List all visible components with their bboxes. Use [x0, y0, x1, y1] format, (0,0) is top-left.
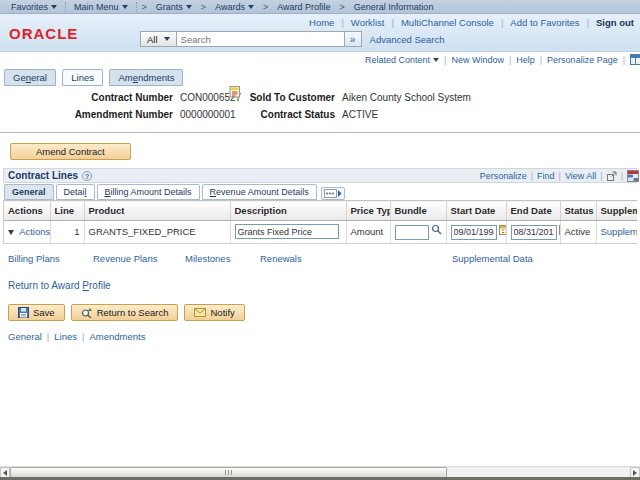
field-row: Amendment Number 0000000001 Contract Sta…: [0, 106, 640, 123]
breadcrumb-general-information: General Information: [348, 2, 440, 12]
subtab-general[interactable]: General: [4, 184, 54, 200]
search-scope-dropdown[interactable]: All: [140, 31, 177, 47]
multichannel-console-link[interactable]: MultiChannel Console: [401, 17, 494, 28]
footer-page-links: General Lines Amendments: [8, 331, 640, 342]
row-price-type: Amount: [346, 221, 390, 244]
bundle-lookup-icon[interactable]: [431, 224, 442, 235]
divider: [0, 132, 640, 133]
return-to-award-profile-link[interactable]: Return to Award Profile: [8, 280, 111, 291]
separator: [540, 55, 542, 65]
breadcrumb-award-profile-label: Award Profile: [277, 2, 330, 12]
footer-link-amendments[interactable]: Amendments: [89, 331, 145, 342]
row-actions-link[interactable]: Actions: [19, 226, 50, 237]
col-header-end-date: End Date: [506, 201, 560, 221]
zoom-popout-icon[interactable]: [607, 171, 617, 181]
breadcrumb-favorites[interactable]: Favorites: [5, 2, 63, 12]
subtab-detail[interactable]: Detail: [56, 184, 95, 200]
sign-out-link[interactable]: Sign out: [596, 17, 634, 28]
contract-header-fields: Contract Number CON0006527 Sold To Custo…: [0, 82, 640, 123]
field-row: Contract Number CON0006527 Sold To Custo…: [0, 89, 640, 106]
breadcrumb-separator: [337, 2, 348, 12]
download-to-excel-icon[interactable]: [627, 170, 639, 182]
return-to-search-button[interactable]: Return to Search: [71, 304, 179, 321]
search-input[interactable]: [177, 31, 345, 47]
separator: [621, 171, 623, 181]
end-date-input[interactable]: [511, 225, 557, 240]
search-go-button[interactable]: »: [345, 31, 362, 47]
description-input[interactable]: [235, 224, 339, 239]
sold-to-customer-label: Sold To Customer: [246, 92, 342, 103]
row-supplemental-data-link[interactable]: Supplemental Data: [601, 226, 638, 237]
breadcrumb-grants[interactable]: Grants: [150, 2, 198, 12]
breadcrumb-favorites-label: Favorites: [11, 2, 48, 12]
actions-dropdown-icon[interactable]: [8, 230, 14, 235]
start-date-calendar-icon[interactable]: [499, 224, 506, 235]
contract-lines-header: Contract Lines ? Personalize Find View A…: [3, 168, 637, 183]
footer-link-general[interactable]: General: [8, 331, 42, 342]
save-label: Save: [33, 307, 55, 318]
separator: [65, 2, 66, 12]
save-button[interactable]: Save: [8, 304, 65, 321]
billing-plans-link[interactable]: Billing Plans: [8, 253, 60, 264]
revenue-plans-link[interactable]: Revenue Plans: [93, 253, 157, 264]
oracle-logo: ORACLE: [9, 25, 78, 42]
utility-links: Home Worklist MultiChannel Console Add t…: [309, 17, 634, 28]
help-icon[interactable]: ?: [82, 171, 92, 181]
contract-lines-title: Contract Lines: [8, 170, 78, 181]
breadcrumb-separator: [139, 2, 150, 12]
grid-toolbar: Personalize Find View All: [480, 170, 632, 182]
breadcrumb-main-menu[interactable]: Main Menu: [68, 2, 134, 12]
advanced-search-link[interactable]: Advanced Search: [370, 34, 445, 45]
breadcrumb: Favorites Main Menu Grants Awards Award …: [0, 0, 640, 14]
personalize-page-link[interactable]: Personalize Page: [547, 55, 618, 65]
renewals-link[interactable]: Renewals: [260, 253, 302, 264]
return-to-search-icon: [81, 307, 93, 318]
search-scope-value: All: [147, 34, 158, 45]
peoplesoft-window: Favorites Main Menu Grants Awards Award …: [0, 0, 640, 480]
horizontal-scrollbar[interactable]: [0, 466, 640, 477]
grid-data-row: Actions 1 GRANTS_FIXED_PRICE Amount: [4, 221, 637, 244]
breadcrumb-awards[interactable]: Awards: [209, 2, 260, 12]
show-all-columns-icon[interactable]: [321, 187, 345, 200]
col-header-start-date: Start Date: [446, 201, 506, 221]
add-to-favorites-link[interactable]: Add to Favorites: [510, 17, 579, 28]
supplemental-data-link[interactable]: Supplemental Data: [452, 253, 533, 264]
breadcrumb-main-menu-label: Main Menu: [74, 2, 119, 12]
amend-contract-button[interactable]: Amend Contract: [10, 143, 131, 160]
related-content-link[interactable]: Related Content: [365, 55, 439, 65]
chevron-down-icon: [248, 5, 254, 9]
row-product: GRANTS_FIXED_PRICE: [84, 221, 230, 244]
help-link[interactable]: Help: [516, 55, 535, 65]
col-header-line: Line: [50, 201, 84, 221]
subtab-billing-amount-details[interactable]: Billing Amount Details: [97, 184, 200, 200]
breadcrumb-award-profile[interactable]: Award Profile: [271, 2, 336, 12]
col-header-description: Description: [230, 201, 346, 221]
footer-link-lines[interactable]: Lines: [54, 331, 77, 342]
breadcrumb-separator: [198, 2, 209, 12]
find-link[interactable]: Find: [537, 171, 555, 181]
separator: [587, 17, 589, 28]
start-date-input[interactable]: [451, 225, 497, 240]
subtab-revenue-amount-details[interactable]: Revenue Amount Details: [202, 184, 317, 200]
milestones-link[interactable]: Milestones: [185, 253, 230, 264]
home-link[interactable]: Home: [309, 17, 334, 28]
grid-subtabs: General Detail Billing Amount Details Re…: [4, 185, 637, 200]
personalize-layout-icon[interactable]: [630, 54, 640, 65]
personalize-link[interactable]: Personalize: [480, 171, 527, 181]
worklist-link[interactable]: Worklist: [351, 17, 385, 28]
separator: [82, 331, 84, 342]
breadcrumb-awards-label: Awards: [215, 2, 245, 12]
bundle-input[interactable]: [395, 225, 429, 240]
contract-lines-grid: Actions Line Product Description Price T…: [3, 200, 637, 244]
notify-button[interactable]: Notify: [184, 304, 244, 321]
separator: [559, 171, 561, 181]
contract-status-label: Contract Status: [246, 109, 342, 120]
page-action-bar: Related Content New Window Help Personal…: [0, 53, 640, 66]
row-line-number: 1: [50, 221, 84, 244]
new-window-link[interactable]: New Window: [451, 55, 504, 65]
chevron-down-icon: [433, 58, 439, 62]
view-all-link[interactable]: View All: [565, 171, 596, 181]
separator: [531, 171, 533, 181]
notes-icon[interactable]: [229, 84, 241, 102]
contract-status-value: ACTIVE: [342, 109, 378, 120]
